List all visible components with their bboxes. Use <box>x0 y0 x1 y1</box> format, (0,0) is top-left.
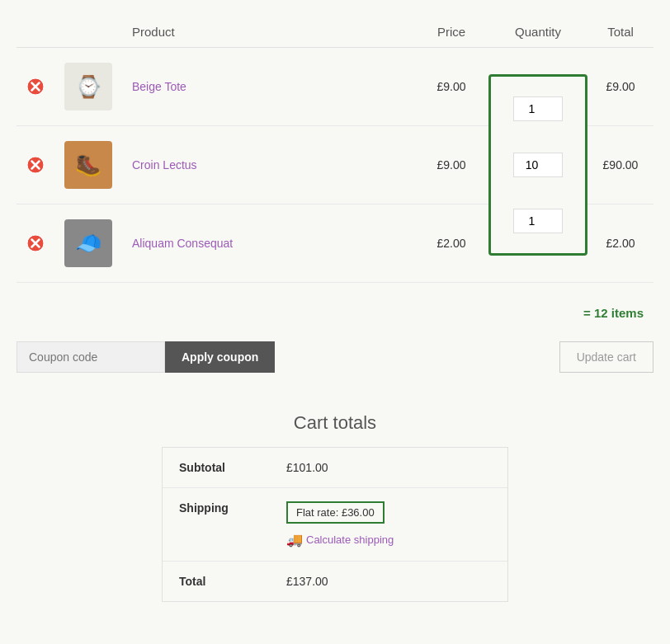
total-value: £137.00 <box>286 575 491 588</box>
remove-button[interactable] <box>26 234 45 252</box>
col-header-remove <box>17 16 54 48</box>
cart-table: Product Price Quantity Total ⌚Beige Tote… <box>17 16 653 283</box>
apply-coupon-button[interactable]: Apply coupon <box>165 341 275 373</box>
product-total: £90.00 <box>587 126 653 204</box>
product-name-link[interactable]: Beige Tote <box>132 80 186 93</box>
qty-input-1[interactable] <box>513 96 563 121</box>
coupon-area: Apply coupon <box>17 341 275 373</box>
total-row: Total £137.00 <box>163 562 507 601</box>
remove-icon <box>26 234 45 252</box>
subtotal-label: Subtotal <box>179 461 286 474</box>
update-cart-button[interactable]: Update cart <box>559 341 653 373</box>
cart-totals-title: Cart totals <box>294 412 376 434</box>
remove-button[interactable] <box>26 156 45 174</box>
table-row: ⌚Beige Tote£9.00£9.00 <box>17 48 653 126</box>
col-header-price: Price <box>414 16 488 48</box>
qty-column-cell <box>488 48 587 283</box>
col-header-quantity: Quantity <box>488 16 587 48</box>
cart-totals-section: Cart totals Subtotal £101.00 Shipping Fl… <box>17 412 653 602</box>
cart-totals-box: Subtotal £101.00 Shipping Flat rate: £36… <box>162 447 508 602</box>
col-header-total: Total <box>587 16 653 48</box>
product-price: £9.00 <box>414 48 488 126</box>
col-header-thumb <box>54 16 122 48</box>
remove-button[interactable] <box>26 78 45 96</box>
calculate-shipping-text: Calculate shipping <box>306 534 394 546</box>
col-header-product: Product <box>122 16 414 48</box>
shipping-label: Shipping <box>179 501 286 515</box>
remove-icon <box>26 78 45 96</box>
subtotal-value: £101.00 <box>286 461 491 474</box>
page-wrapper: Product Price Quantity Total ⌚Beige Tote… <box>0 0 670 618</box>
subtotal-row: Subtotal £101.00 <box>163 448 507 488</box>
total-label: Total <box>179 575 286 588</box>
qty-input-3[interactable] <box>513 209 563 233</box>
product-total: £9.00 <box>587 48 653 126</box>
coupon-input[interactable] <box>17 341 165 373</box>
product-price: £9.00 <box>414 126 488 204</box>
shipping-flat-rate: Flat rate: £36.00 <box>286 501 385 524</box>
remove-icon <box>26 156 45 174</box>
qty-input-2[interactable] <box>513 153 563 177</box>
product-total: £2.00 <box>587 204 653 283</box>
qty-column-wrapper <box>488 74 587 256</box>
product-name-link[interactable]: Croin Lectus <box>132 158 197 172</box>
product-name-link[interactable]: Aliquam Consequat <box>132 237 233 250</box>
product-thumbnail: 🥾 <box>75 153 101 178</box>
product-thumbnail: 🧢 <box>75 231 101 256</box>
calculate-shipping-link[interactable]: 🚚 Calculate shipping <box>286 532 491 548</box>
shipping-value: Flat rate: £36.00 🚚 Calculate shipping <box>286 501 491 548</box>
cart-actions: Apply coupon Update cart <box>17 335 653 379</box>
items-summary: = 12 items <box>17 299 653 327</box>
truck-icon: 🚚 <box>286 532 303 548</box>
product-price: £2.00 <box>414 204 488 283</box>
shipping-row: Shipping Flat rate: £36.00 🚚 Calculate s… <box>163 488 507 562</box>
product-thumbnail: ⌚ <box>75 74 101 100</box>
